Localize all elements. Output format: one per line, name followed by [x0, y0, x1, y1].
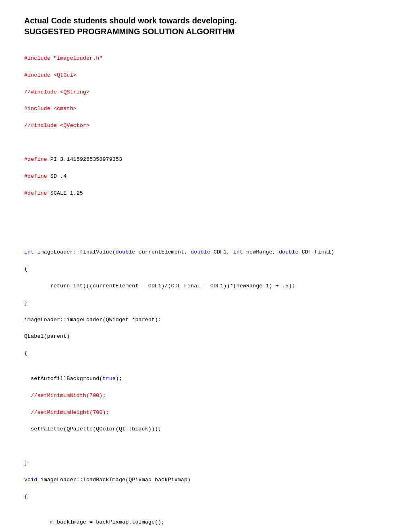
func2-qlabel: QLabel(parent)	[24, 333, 70, 339]
define-pi: #define PI 3.14159265358979353	[24, 156, 122, 162]
func2-body3: //setMinimumHeight(700);	[24, 409, 109, 416]
func1-close: }	[24, 300, 27, 306]
include-1: #include "imageloader.h"	[24, 55, 102, 61]
func2-body4: setPalette(QPalette(QColor(Qt::black)));	[24, 426, 161, 432]
define-scale: #define SCALE 1.25	[24, 190, 83, 196]
func2-body1: setAutofillBackground(true);	[24, 376, 122, 382]
func1-open: {	[24, 266, 27, 272]
page-title: Actual Code students should work towards…	[24, 16, 387, 25]
func2-signature: imageLoader::imageLoader(QWidget *parent…	[24, 317, 161, 323]
func1-body: return int(((currentElement - CDF1)/(CDF…	[24, 283, 295, 289]
code-block: #include "imageloader.h" #include <QtGui…	[24, 46, 387, 532]
include-3: //#include <QString>	[24, 89, 89, 95]
func2-body2: //setMinimumWidth(700);	[24, 393, 106, 399]
include-2: #include <QtGui>	[24, 72, 77, 78]
func3-body: m_backImage = backPixmap.toImage();	[24, 519, 164, 525]
page-subtitle: SUGGESTED PROGRAMMING SOLUTION ALGORITHM	[24, 27, 387, 36]
func2-close: }	[24, 460, 27, 466]
func2-open: {	[24, 350, 27, 356]
func3-open: {	[24, 494, 27, 500]
include-5: //#include <QVector>	[24, 123, 89, 129]
func3-signature: void imageLoader::loadBackImage(QPixmap …	[24, 477, 191, 483]
func1-signature: int imageLoader::finalValue(double curre…	[24, 249, 334, 255]
include-4: #include <cmath>	[24, 106, 77, 112]
define-sd: #define SD .4	[24, 173, 66, 179]
